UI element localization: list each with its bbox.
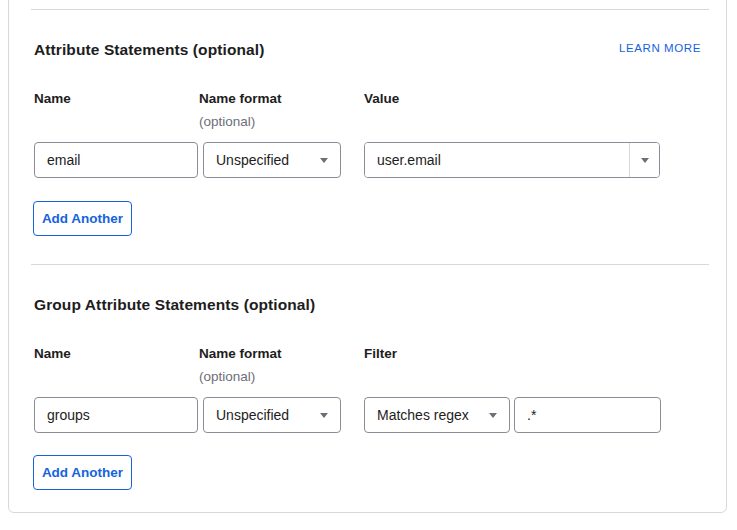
saml-settings-card: Attribute Statements (optional) LEARN MO… xyxy=(8,0,727,513)
add-another-attribute-button[interactable]: Add Another xyxy=(33,201,132,236)
attribute-name-format-value: Unspecified xyxy=(216,152,289,168)
column-header-optional-note: (optional) xyxy=(199,114,255,129)
attribute-value-dropdown-button[interactable] xyxy=(629,143,659,177)
chevron-down-icon xyxy=(641,158,649,163)
group-attribute-filter-type-value: Matches regex xyxy=(377,407,469,423)
column-header-name: Name xyxy=(34,91,71,106)
group-attribute-name-input[interactable] xyxy=(34,397,198,433)
column-header-optional-note: (optional) xyxy=(199,369,255,384)
add-another-group-attribute-button[interactable]: Add Another xyxy=(33,455,132,490)
learn-more-link[interactable]: LEARN MORE xyxy=(619,42,701,54)
attribute-value-input[interactable] xyxy=(365,143,629,177)
section-divider-top xyxy=(31,9,709,10)
column-header-filter: Filter xyxy=(364,346,397,361)
section-divider-middle xyxy=(31,264,709,265)
attribute-statements-heading: Attribute Statements (optional) xyxy=(34,41,264,59)
chevron-down-icon xyxy=(320,413,328,418)
group-attribute-name-format-select[interactable]: Unspecified xyxy=(203,397,341,433)
column-header-value: Value xyxy=(364,91,399,106)
group-attribute-filter-value-input[interactable] xyxy=(514,397,661,433)
column-header-name-format: Name format xyxy=(199,91,282,106)
column-header-name-format: Name format xyxy=(199,346,282,361)
attribute-value-combobox[interactable] xyxy=(364,142,660,178)
group-attribute-statements-heading: Group Attribute Statements (optional) xyxy=(34,296,315,314)
chevron-down-icon xyxy=(320,158,328,163)
attribute-name-input[interactable] xyxy=(34,142,198,178)
group-attribute-name-format-value: Unspecified xyxy=(216,407,289,423)
chevron-down-icon xyxy=(489,413,497,418)
group-attribute-filter-type-select[interactable]: Matches regex xyxy=(364,397,510,433)
attribute-name-format-select[interactable]: Unspecified xyxy=(203,142,341,178)
column-header-name: Name xyxy=(34,346,71,361)
